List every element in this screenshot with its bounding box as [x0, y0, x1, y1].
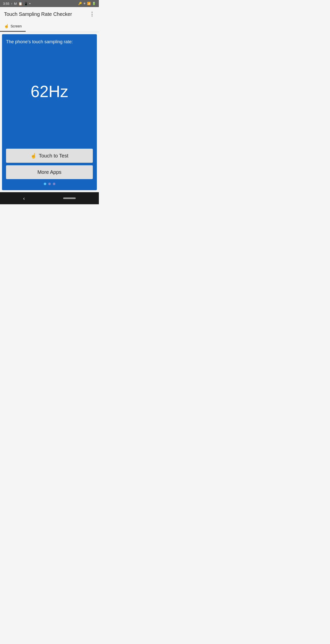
- dot-icon: •: [29, 2, 31, 6]
- touch-to-test-button[interactable]: ☝ Touch to Test: [6, 149, 93, 163]
- back-button[interactable]: ‹: [23, 195, 25, 201]
- status-bar-right: 🔑 ✳ 📶 🔋: [78, 2, 96, 5]
- app-bar: Touch Sampling Rate Checker ⋮: [0, 7, 99, 21]
- dot-1: [44, 183, 46, 185]
- touch-to-test-label: Touch to Test: [39, 153, 68, 159]
- button-container: ☝ Touch to Test More Apps: [6, 139, 93, 179]
- upload-icon: ↑: [11, 2, 13, 6]
- screen-tab-icon: ☝: [4, 24, 9, 28]
- app-title: Touch Sampling Rate Checker: [4, 11, 72, 17]
- gmail-icon: M: [14, 2, 17, 6]
- phone-icon: 📱: [24, 2, 28, 6]
- status-bar-left: 3:55 ↑ M 📋 📱 •: [3, 2, 30, 6]
- time-display: 3:55: [3, 2, 9, 6]
- sim-icon: 📋: [18, 2, 22, 6]
- dot-2: [48, 183, 51, 185]
- hz-value: 62Hz: [31, 72, 68, 111]
- status-bar: 3:55 ↑ M 📋 📱 • 🔑 ✳ 📶 🔋: [0, 0, 99, 7]
- battery-icon: 🔋: [92, 2, 96, 5]
- blue-panel[interactable]: The phone's touch sampling rate: 62Hz ☝ …: [2, 34, 97, 190]
- more-apps-button[interactable]: More Apps: [6, 165, 93, 179]
- more-apps-label: More Apps: [37, 169, 62, 175]
- navigation-bar: ‹: [0, 192, 99, 204]
- main-content: The phone's touch sampling rate: 62Hz ☝ …: [0, 32, 99, 192]
- key-icon: 🔑: [78, 2, 82, 5]
- bluetooth-icon: ✳: [83, 2, 86, 5]
- page-dots: [44, 183, 55, 185]
- touch-test-icon: ☝: [30, 153, 37, 159]
- panel-description: The phone's touch sampling rate:: [6, 39, 73, 45]
- screen-tab-label: Screen: [11, 24, 22, 28]
- home-indicator[interactable]: [63, 197, 76, 199]
- overflow-menu-button[interactable]: ⋮: [89, 11, 95, 17]
- dot-3: [53, 183, 55, 185]
- wifi-icon: 📶: [87, 2, 91, 5]
- tab-bar: ☝ Screen: [0, 21, 99, 32]
- tab-screen[interactable]: ☝ Screen: [0, 21, 26, 32]
